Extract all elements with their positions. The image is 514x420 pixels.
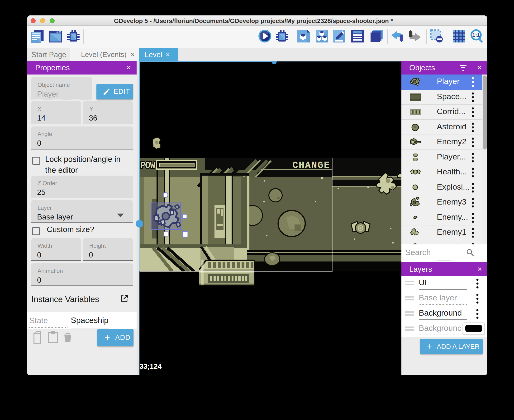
svg-text:33;124: 33;124	[139, 362, 162, 370]
svg-text:POW: POW	[140, 160, 156, 171]
svg-text:1:1: 1:1	[472, 32, 480, 38]
